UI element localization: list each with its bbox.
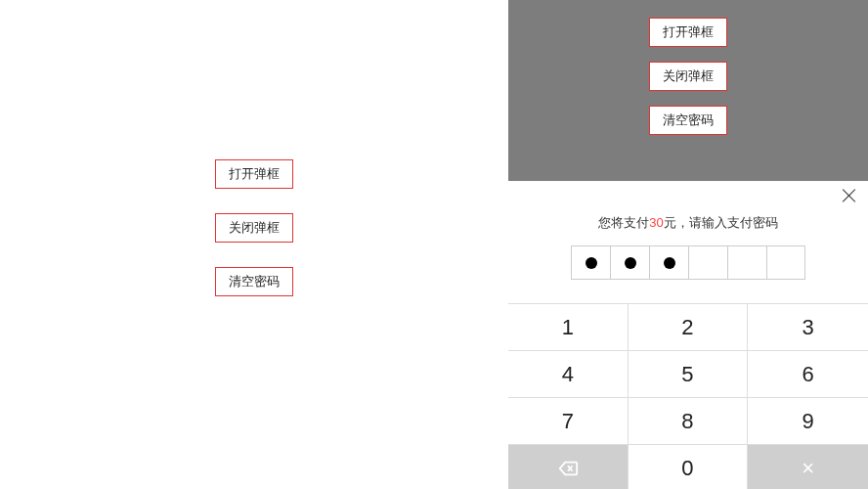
keypad-key-6[interactable]: 6 <box>748 351 868 398</box>
keypad-key-4[interactable]: 4 <box>508 351 629 398</box>
keypad-delete-button[interactable] <box>508 445 629 489</box>
password-dot-icon <box>625 257 636 269</box>
left-demo-pane: 打开弹框 关闭弹框 清空密码 <box>0 0 508 489</box>
backspace-icon <box>557 458 579 479</box>
password-cell <box>610 245 649 280</box>
right-demo-pane: 打开弹框 关闭弹框 清空密码 您将支付30元，请输入支付密码 1 2 3 4 5… <box>508 0 868 489</box>
keypad-key-5[interactable]: 5 <box>629 351 749 398</box>
prompt-post: 元，请输入支付密码 <box>664 215 778 230</box>
password-cell <box>727 245 766 280</box>
keypad-key-2[interactable]: 2 <box>629 304 749 351</box>
password-cell <box>766 245 805 280</box>
password-dot-icon <box>664 257 675 269</box>
modal-backdrop: 打开弹框 关闭弹框 清空密码 <box>508 0 868 181</box>
keypad-cancel-button[interactable]: × <box>748 445 868 489</box>
x-icon: × <box>802 456 814 481</box>
password-dot-icon <box>586 257 597 269</box>
close-popup-button[interactable]: 关闭弹框 <box>215 213 293 243</box>
payment-popup: 您将支付30元，请输入支付密码 1 2 3 4 5 6 7 8 9 <box>508 181 868 489</box>
password-cell <box>571 245 610 280</box>
password-cell <box>649 245 688 280</box>
prompt-pre: 您将支付 <box>598 215 649 230</box>
keypad-key-7[interactable]: 7 <box>508 398 629 445</box>
prompt-amount: 30 <box>649 215 663 230</box>
password-input[interactable] <box>508 245 868 280</box>
open-popup-button[interactable]: 打开弹框 <box>215 159 293 189</box>
keypad-key-9[interactable]: 9 <box>748 398 868 445</box>
password-cell <box>688 245 727 280</box>
number-keypad: 1 2 3 4 5 6 7 8 9 0 × <box>508 303 868 489</box>
keypad-key-0[interactable]: 0 <box>629 445 749 489</box>
close-icon[interactable] <box>841 187 858 204</box>
keypad-key-3[interactable]: 3 <box>748 304 868 351</box>
close-popup-button-overlay[interactable]: 关闭弹框 <box>649 62 727 91</box>
popup-header <box>508 181 868 208</box>
open-popup-button-overlay[interactable]: 打开弹框 <box>649 18 727 47</box>
keypad-key-8[interactable]: 8 <box>629 398 749 445</box>
payment-prompt: 您将支付30元，请输入支付密码 <box>508 214 868 232</box>
keypad-key-1[interactable]: 1 <box>508 304 629 351</box>
clear-password-button[interactable]: 清空密码 <box>215 267 293 296</box>
clear-password-button-overlay[interactable]: 清空密码 <box>649 106 727 135</box>
